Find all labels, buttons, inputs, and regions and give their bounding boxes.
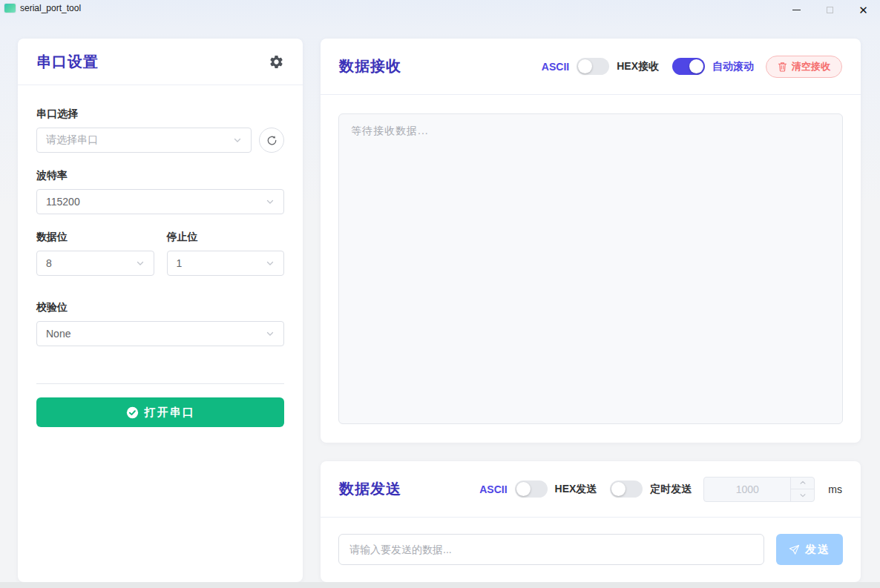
baud-rate-label: 波特率	[36, 169, 284, 182]
interval-input[interactable]	[704, 478, 790, 501]
divider	[36, 383, 284, 384]
baud-rate-select[interactable]: 115200	[36, 189, 284, 214]
maximize-icon	[827, 7, 833, 13]
interval-decrease-button[interactable]	[791, 489, 814, 501]
data-bits-select[interactable]: 8	[36, 251, 154, 276]
port-select-placeholder: 请选择串口	[46, 133, 98, 147]
maximize-button[interactable]	[813, 0, 847, 19]
parity-select[interactable]: None	[36, 321, 284, 346]
port-select-label: 串口选择	[36, 108, 284, 121]
stop-bits-value: 1	[177, 257, 183, 269]
titlebar: serial_port_tool ✕	[0, 0, 880, 21]
autoscroll-toggle[interactable]	[672, 58, 705, 75]
data-receive-panel: 数据接收 ASCII HEX接收 自动滚动 清空接收	[321, 39, 861, 443]
send-hex-toggle[interactable]	[515, 480, 548, 498]
send-button-label: 发送	[805, 543, 830, 557]
chevron-up-icon	[799, 479, 807, 486]
parity-value: None	[46, 328, 70, 340]
data-bits-value: 8	[46, 257, 52, 269]
chevron-down-icon	[266, 329, 275, 338]
data-bits-label: 数据位	[36, 231, 154, 244]
window-title: serial_port_tool	[20, 3, 81, 13]
refresh-icon	[266, 135, 278, 146]
minimize-button[interactable]	[780, 0, 813, 19]
receive-data-area[interactable]	[338, 113, 843, 424]
clear-receive-button-label: 清空接收	[792, 60, 830, 73]
window-bottom-edge	[0, 582, 880, 588]
autoscroll-label: 自动滚动	[712, 60, 754, 73]
toggle-knob	[689, 59, 703, 73]
close-button[interactable]: ✕	[847, 0, 880, 19]
minimize-icon	[792, 10, 801, 10]
receive-ascii-label: ASCII	[542, 61, 569, 73]
refresh-ports-button[interactable]	[259, 128, 284, 153]
baud-rate-value: 115200	[46, 196, 80, 208]
serial-settings-panel: 串口设置 串口选择 请选择串口 波特率	[18, 39, 303, 582]
data-send-panel: 数据发送 ASCII HEX发送 定时发送	[321, 461, 861, 582]
stop-bits-label: 停止位	[167, 231, 285, 244]
chevron-down-icon	[799, 492, 807, 499]
send-data-input[interactable]	[338, 534, 764, 565]
chevron-down-icon	[233, 136, 242, 145]
toggle-knob	[578, 59, 592, 73]
send-hex-label: HEX发送	[555, 483, 597, 496]
gear-icon[interactable]	[269, 54, 284, 70]
open-port-button[interactable]: 打开串口	[36, 397, 284, 427]
timer-send-label: 定时发送	[650, 483, 692, 496]
toggle-knob	[516, 482, 531, 496]
check-circle-icon	[126, 406, 139, 419]
toggle-knob	[611, 482, 625, 496]
receive-hex-label: HEX接收	[617, 60, 659, 73]
interval-stepper	[703, 477, 815, 502]
interval-unit-label: ms	[828, 483, 842, 495]
app-window: serial_port_tool ✕ 串口设置 串口选择	[0, 0, 880, 588]
interval-increase-button[interactable]	[791, 478, 814, 490]
clear-receive-button[interactable]: 清空接收	[766, 56, 842, 78]
send-plane-icon	[789, 544, 800, 555]
port-select[interactable]: 请选择串口	[36, 128, 252, 153]
trash-icon	[778, 62, 787, 72]
send-button[interactable]: 发送	[776, 534, 843, 565]
chevron-down-icon	[136, 259, 145, 268]
receive-hex-toggle[interactable]	[577, 58, 609, 75]
chevron-down-icon	[266, 259, 275, 268]
stop-bits-select[interactable]: 1	[167, 251, 285, 276]
data-receive-title: 数据接收	[339, 56, 401, 76]
chevron-down-icon	[266, 197, 275, 206]
open-port-button-label: 打开串口	[145, 406, 195, 420]
data-send-title: 数据发送	[339, 479, 401, 499]
close-icon: ✕	[858, 4, 868, 16]
send-ascii-label: ASCII	[479, 483, 507, 495]
app-logo-icon	[4, 4, 16, 13]
serial-settings-title: 串口设置	[36, 52, 99, 72]
timer-send-toggle[interactable]	[610, 480, 643, 498]
parity-label: 校验位	[36, 301, 284, 314]
